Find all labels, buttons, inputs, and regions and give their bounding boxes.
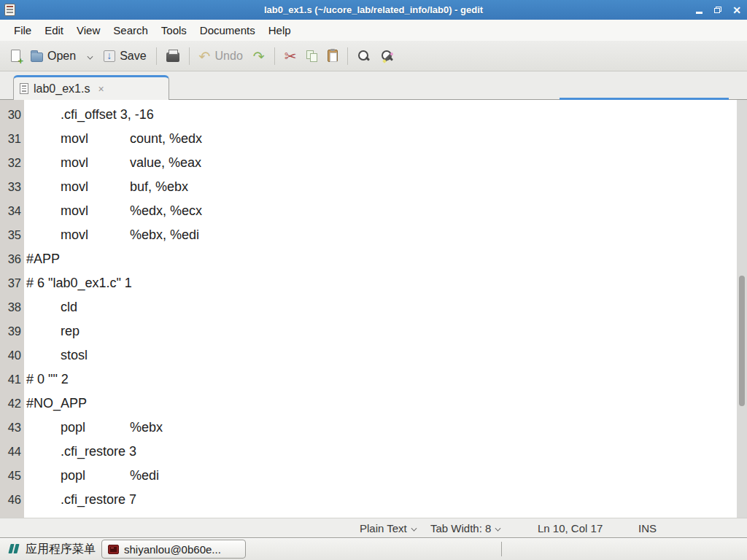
code-line-33: 33movlbuf, %ebx xyxy=(0,175,737,199)
menu-item-edit[interactable]: Edit xyxy=(38,21,70,39)
find-button[interactable] xyxy=(352,46,376,66)
menu-item-documents[interactable]: Documents xyxy=(193,21,262,39)
applications-menu-icon[interactable] xyxy=(9,542,20,556)
tab-lab0-ex1[interactable]: lab0_ex1.s × xyxy=(13,75,169,100)
save-button[interactable]: Save xyxy=(98,46,151,66)
paste-icon xyxy=(328,50,338,62)
code-line-47: 47popl%ebp xyxy=(0,512,737,518)
chevron-down-icon xyxy=(411,525,417,531)
code-token: #APP xyxy=(26,247,60,271)
scrollbar-thumb[interactable] xyxy=(739,276,745,406)
tab-width-label: Tab Width: 8 xyxy=(430,522,491,534)
maximize-icon xyxy=(714,7,721,13)
line-text: popl%ebx xyxy=(26,416,737,440)
code-token: %edx, %ecx xyxy=(130,199,202,223)
open-dropdown-button[interactable] xyxy=(81,50,98,63)
code-line-37: 37# 6 "lab0_ex1.c" 1 xyxy=(0,271,737,295)
print-button[interactable] xyxy=(161,46,185,66)
code-token: rep xyxy=(61,319,80,343)
code-line-43: 43popl%ebx xyxy=(0,416,737,440)
code-token: movl xyxy=(61,151,88,175)
line-text: .cfi_offset 3, -16 xyxy=(26,103,737,127)
menu-item-file[interactable]: File xyxy=(7,21,38,39)
undo-icon: ↶ xyxy=(199,49,211,63)
taskbar-window-button[interactable]: shiyanlou@0b60e... xyxy=(101,540,246,559)
line-number: 30 xyxy=(0,103,24,127)
print-icon xyxy=(166,52,179,62)
code-token: .cfi_offset 3, -16 xyxy=(61,103,154,127)
language-mode-dropdown[interactable]: Plain Text xyxy=(360,518,417,537)
undo-label: Undo xyxy=(215,50,243,63)
line-number: 47 xyxy=(0,512,24,518)
code-token: movl xyxy=(61,175,88,199)
vertical-scrollbar[interactable] xyxy=(737,100,747,518)
line-number: 40 xyxy=(0,343,24,368)
copy-icon xyxy=(306,50,317,62)
maximize-button[interactable] xyxy=(712,4,724,16)
line-number: 42 xyxy=(0,392,24,416)
paste-button[interactable] xyxy=(322,46,343,66)
menu-item-search[interactable]: Search xyxy=(107,21,155,39)
chevron-down-icon xyxy=(495,525,501,531)
code-line-30: 30.cfi_offset 3, -16 xyxy=(0,103,737,127)
line-text: rep xyxy=(26,319,737,343)
window-titlebar[interactable]: lab0_ex1.s (~/ucore_lab/related_info/lab… xyxy=(0,0,747,20)
line-text: movlcount, %edx xyxy=(26,127,737,151)
open-label: Open xyxy=(47,50,76,63)
toolbar-separator xyxy=(274,47,275,65)
redo-icon: ↷ xyxy=(253,49,265,63)
new-document-icon: + xyxy=(11,50,20,62)
code-token: stosl xyxy=(61,343,88,368)
tab-title: lab0_ex1.s xyxy=(34,82,90,96)
line-number: 45 xyxy=(0,464,24,488)
open-button[interactable]: Open xyxy=(26,46,81,66)
menu-item-help[interactable]: Help xyxy=(262,21,298,39)
line-text: # 6 "lab0_ex1.c" 1 xyxy=(26,271,737,295)
line-text: .cfi_restore 3 xyxy=(26,440,737,464)
code-token: popl xyxy=(61,416,85,440)
minimize-button[interactable] xyxy=(693,4,705,16)
undo-button[interactable]: ↶ Undo xyxy=(194,45,248,67)
redo-button[interactable]: ↷ xyxy=(248,45,270,67)
code-line-36: 36#APP xyxy=(0,247,737,271)
menu-item-view[interactable]: View xyxy=(70,21,107,39)
code-line-39: 39rep xyxy=(0,319,737,343)
line-text: .cfi_restore 7 xyxy=(26,488,737,512)
line-number: 31 xyxy=(0,127,24,151)
code-line-41: 41# 0 "" 2 xyxy=(0,368,737,392)
code-token: .cfi_restore 7 xyxy=(61,488,136,512)
line-text: #NO_APP xyxy=(26,392,737,416)
toolbar-separator xyxy=(347,47,348,65)
code-token: %ebx xyxy=(130,416,163,440)
code-line-40: 40stosl xyxy=(0,343,737,368)
statusbar: Plain Text Tab Width: 8 Ln 10, Col 17 IN… xyxy=(0,518,747,537)
menu-item-tools[interactable]: Tools xyxy=(155,21,193,39)
toolbar: + Open Save ↶ Undo ↷ ✂ xyxy=(0,41,747,71)
code-line-32: 32movlvalue, %eax xyxy=(0,151,737,175)
code-token: #NO_APP xyxy=(26,392,87,416)
code-token: buf, %ebx xyxy=(130,175,188,199)
cursor-position: Ln 10, Col 17 xyxy=(538,518,603,537)
desktop: lab0_ex1.s (~/ucore_lab/related_info/lab… xyxy=(0,0,747,560)
code-token: value, %eax xyxy=(130,151,201,175)
applications-menu-button[interactable]: 应用程序菜单 xyxy=(26,542,96,557)
tab-close-icon[interactable]: × xyxy=(98,83,104,95)
code-token: count, %edx xyxy=(130,127,202,151)
taskbar: 应用程序菜单 shiyanlou@0b60e... xyxy=(0,537,747,560)
line-text: cld xyxy=(26,295,737,319)
copy-button[interactable] xyxy=(301,47,322,66)
line-number: 41 xyxy=(0,368,24,392)
code-token: popl xyxy=(61,464,85,488)
tab-width-dropdown[interactable]: Tab Width: 8 xyxy=(430,518,501,537)
language-mode-label: Plain Text xyxy=(360,522,407,534)
close-button[interactable]: ✕ xyxy=(731,4,743,16)
find-replace-button[interactable] xyxy=(376,46,399,66)
toolbar-separator xyxy=(156,47,157,65)
window-controls: ✕ xyxy=(693,0,743,20)
cut-button[interactable]: ✂ xyxy=(279,45,302,67)
line-number: 44 xyxy=(0,440,24,464)
new-document-button[interactable]: + xyxy=(6,46,26,66)
line-text: movl%ebx, %edi xyxy=(26,223,737,247)
text-editor-area[interactable]: 30.cfi_offset 3, -1631movlcount, %edx32m… xyxy=(0,100,747,518)
search-icon xyxy=(357,50,371,63)
